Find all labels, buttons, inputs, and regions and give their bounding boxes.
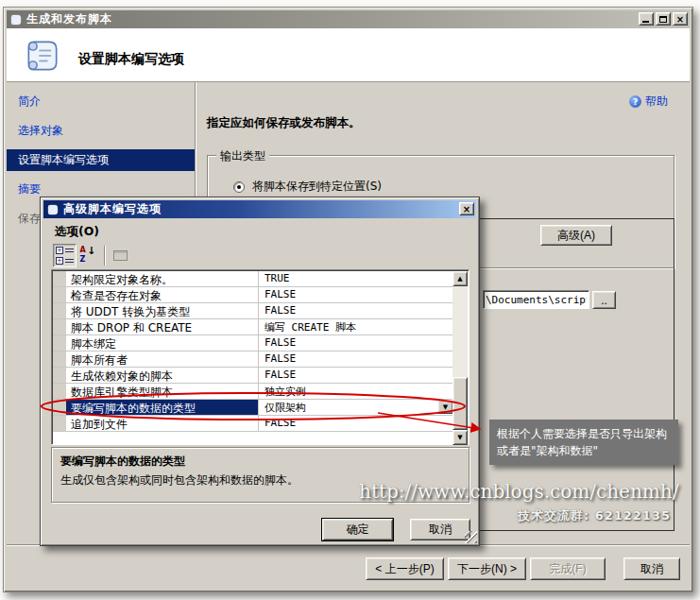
window-titlebar: 生成和发布脚本 × (7, 10, 690, 28)
sidebar-item-label: 设置脚本编写选项 (18, 153, 109, 166)
grid-row[interactable]: 生成依赖对象的脚本 FALSE ▼ (53, 368, 454, 384)
option-value: FALSE ▼ (259, 287, 454, 302)
option-value: 独立实例 ▼ (259, 384, 454, 399)
row-indent (53, 351, 66, 367)
property-pages-button[interactable] (109, 244, 132, 267)
grid-row[interactable]: 检查是否存在对象 FALSE ▼ (53, 287, 454, 303)
alphabetical-sort-button[interactable]: A Z ↓ (77, 244, 100, 267)
watermark-group: 技术交流群: 62122135 (359, 507, 671, 524)
row-indent (53, 303, 66, 318)
scrollbar-thumb[interactable] (452, 377, 468, 430)
dialog-titlebar: 高级脚本编写选项 × (43, 200, 476, 218)
option-name: 脚本 DROP 和 CREATE (66, 319, 259, 334)
sidebar-item-label: 选择对象 (18, 124, 63, 137)
property-pages-icon (113, 250, 128, 261)
option-name: 将 UDDT 转换为基类型 (66, 303, 259, 318)
scroll-up-icon[interactable]: ▲ (452, 271, 468, 286)
grid-row[interactable]: 脚本所有者 FALSE ▼ (53, 351, 454, 368)
note-line-1: 根据个人需要选择是否只导出架构 (497, 425, 671, 442)
dialog-title: 高级脚本编写选项 (63, 201, 162, 217)
finish-button[interactable]: 完成(F) (530, 557, 606, 580)
page-title: 设置脚本编写选项 (78, 51, 184, 68)
grid-scrollbar[interactable]: ▲ ▼ (452, 271, 468, 445)
option-value: FALSE ▼ (259, 303, 454, 318)
options-label: 选项(O) (55, 224, 99, 240)
option-name: 生成依赖对象的脚本 (66, 368, 259, 383)
value-dropdown-button[interactable]: ▼ (437, 400, 453, 414)
row-indent (53, 400, 66, 415)
categorized-view-button[interactable]: + + (53, 244, 77, 267)
note-line-2: 或者是"架构和数据" (497, 442, 671, 459)
option-name: 脚本所有者 (66, 351, 259, 367)
help-label: 帮助 (645, 94, 668, 110)
radio-save-to-location[interactable]: 将脚本保存到特定位置(S) (233, 179, 382, 195)
sidebar-item[interactable]: 选择对象 (7, 120, 195, 142)
option-name: 追加到文件 (66, 416, 259, 431)
option-name: 数据库引擎类型脚本 (66, 384, 259, 399)
option-value: 编写 CREATE 脚本 ▼ (259, 319, 454, 334)
option-name: 脚本绑定 (66, 335, 259, 351)
resize-grip[interactable] (465, 531, 477, 543)
sidebar-item[interactable]: 设置脚本编写选项 (7, 149, 195, 171)
window-title: 生成和发布脚本 (26, 11, 112, 27)
option-value: FALSE ▼ (259, 368, 454, 383)
option-value: 仅限架构 ▼ (259, 400, 454, 415)
grid-row[interactable]: 将 UDDT 转换为基类型 FALSE ▼ (53, 303, 454, 319)
row-indent (53, 368, 66, 383)
scroll-down-icon[interactable]: ▼ (452, 430, 468, 445)
wizard-cancel-button[interactable]: 取消 (623, 557, 680, 580)
row-indent (53, 287, 66, 302)
radio-selected-icon (233, 181, 245, 193)
help-link[interactable]: ? 帮助 (629, 94, 668, 110)
toolbar-separator (104, 246, 106, 266)
sidebar-item-label: 简介 (18, 94, 41, 108)
row-indent (53, 335, 66, 351)
minimize-button[interactable] (639, 12, 654, 26)
sidebar-item[interactable]: 简介 (7, 91, 195, 112)
wizard-header: 设置脚本编写选项 (7, 28, 690, 82)
grid-row[interactable]: 要编写脚本的数据的类型 仅限架构 ▼ (53, 400, 454, 416)
row-indent (53, 384, 66, 399)
row-indent (53, 416, 66, 431)
output-type-label: 输出类型 (216, 148, 269, 164)
option-name: 要编写脚本的数据的类型 (66, 400, 259, 415)
sort-az-icon: A Z ↓ (80, 247, 97, 264)
scroll-icon (9, 13, 23, 26)
instruction-text: 指定应如何保存或发布脚本。 (207, 115, 361, 131)
row-indent (53, 319, 66, 334)
help-icon: ? (629, 95, 641, 108)
grid-row[interactable]: 架构限定对象名称。 TRUE ▼ (53, 271, 454, 287)
grid-row[interactable]: 脚本 DROP 和 CREATE 编写 CREATE 脚本 ▼ (53, 319, 454, 335)
advanced-button[interactable]: 高级(A) (540, 225, 612, 246)
file-path-input[interactable] (483, 290, 589, 309)
option-value: FALSE ▼ (259, 416, 454, 431)
option-name: 架构限定对象名称。 (66, 271, 259, 286)
grid-row[interactable]: 脚本绑定 FALSE ▼ (53, 335, 454, 351)
dialog-close-button[interactable]: × (459, 202, 474, 215)
scroll-icon-large (22, 35, 63, 77)
watermark-url: http://www.cnblogs.com/chenmh/ (359, 480, 674, 503)
annotation-note: 根据个人需要选择是否只导出架构 或者是"架构和数据" (489, 420, 678, 465)
grid-row[interactable]: 数据库引擎类型脚本 独立实例 ▼ (53, 384, 454, 400)
sidebar-item-label: 摘要 (18, 182, 41, 196)
categorized-icon: + + (56, 247, 74, 265)
radio-save-label: 将脚本保存到特定位置(S) (252, 179, 382, 195)
grid-toolbar: + + A Z ↓ (53, 243, 132, 267)
back-button[interactable]: < 上一步(P) (366, 557, 444, 580)
description-title: 要编写脚本的数据的类型 (60, 454, 460, 470)
close-button[interactable]: × (673, 12, 688, 26)
scroll-icon-dialog (46, 203, 60, 216)
row-indent (53, 271, 66, 286)
next-button[interactable]: 下一步(N) > (448, 557, 526, 580)
browse-button[interactable]: .. (592, 291, 616, 309)
options-grid: 架构限定对象名称。 TRUE ▼ 检查是否存在对象 FALSE ▼ 将 UDDT… (51, 269, 470, 445)
option-value: TRUE ▼ (259, 271, 454, 286)
maximize-button[interactable] (656, 12, 671, 26)
grid-row[interactable]: 追加到文件 FALSE ▼ (53, 416, 454, 432)
option-value: FALSE ▼ (259, 351, 454, 367)
option-value: FALSE ▼ (259, 335, 454, 351)
option-name: 检查是否存在对象 (66, 287, 259, 302)
